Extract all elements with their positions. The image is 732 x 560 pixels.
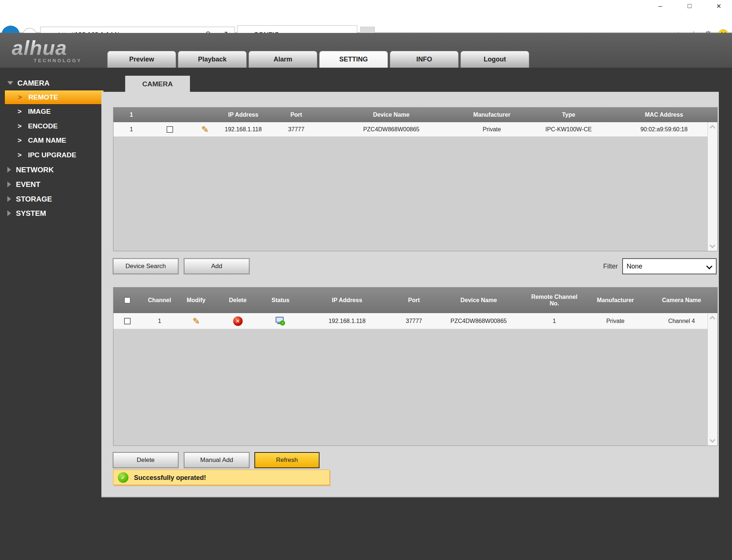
header-ip-address: IP Address bbox=[220, 108, 267, 122]
header-channel: Channel bbox=[141, 287, 178, 313]
header-port: Port bbox=[267, 108, 325, 122]
sidebar-item-encode[interactable]: > ENCODE bbox=[18, 120, 58, 132]
maximize-button[interactable]: □ bbox=[680, 0, 699, 12]
browser-toolbar: ← → e http://192.168.1.144/ ▾ ↻ e CONFIG… bbox=[0, 12, 732, 33]
sidebar-section-event[interactable]: EVENT bbox=[7, 178, 40, 190]
refresh-button[interactable]: Refresh bbox=[254, 452, 320, 468]
cell-manufacturer: Private bbox=[585, 313, 646, 329]
sidebar-item-label: IPC UPGRADE bbox=[28, 151, 76, 159]
header-remote-channel-no: Remote Channel No. bbox=[524, 287, 585, 313]
header-modify bbox=[190, 108, 220, 122]
cell-device-name: PZC4DW868W00865 bbox=[434, 313, 524, 329]
sidebar-section-label: EVENT bbox=[16, 180, 41, 188]
sidebar-section-label: NETWORK bbox=[16, 166, 54, 174]
header-status: Status bbox=[261, 287, 300, 313]
header-camera-name: Camera Name bbox=[646, 287, 717, 313]
dahua-tagline: TECHNOLOGY bbox=[34, 58, 82, 63]
row-checkbox[interactable] bbox=[167, 126, 173, 133]
sidebar-item-label: CAM NAME bbox=[28, 136, 66, 144]
minimize-button[interactable]: – bbox=[651, 0, 670, 12]
dahua-logo: alhua bbox=[12, 36, 67, 60]
scrollbar[interactable] bbox=[707, 122, 717, 251]
device-table-header: 1 IP Address Port Device Name Manufactur… bbox=[113, 108, 717, 122]
success-message: Successfully operated! bbox=[134, 470, 206, 485]
header-device-name: Device Name bbox=[325, 108, 457, 122]
delete-button[interactable]: Delete bbox=[113, 452, 178, 468]
sidebar-section-network[interactable]: NETWORK bbox=[7, 164, 54, 176]
filter-value: None bbox=[627, 263, 642, 270]
sidebar-item-remote[interactable]: > REMOTE bbox=[4, 90, 104, 105]
filter-select[interactable]: None bbox=[622, 258, 717, 274]
scroll-down-icon[interactable] bbox=[710, 437, 716, 443]
sidebar-section-storage[interactable]: STORAGE bbox=[7, 193, 52, 205]
nav-tab-preview[interactable]: Preview bbox=[107, 51, 176, 68]
content-tab-camera[interactable]: CAMERA bbox=[125, 76, 190, 92]
channel-table-header: Channel Modify Delete Status IP Address … bbox=[113, 287, 717, 313]
scroll-up-icon[interactable] bbox=[710, 316, 716, 322]
triangle-right-icon bbox=[7, 196, 11, 202]
sidebar-section-label: CAMERA bbox=[18, 79, 50, 87]
chevron-down-icon bbox=[706, 263, 713, 270]
sidebar-item-label: IMAGE bbox=[28, 108, 51, 115]
header-port: Port bbox=[394, 287, 434, 313]
scroll-down-icon[interactable] bbox=[710, 243, 716, 248]
sidebar-item-ipc-upgrade[interactable]: > IPC UPGRADE bbox=[18, 149, 76, 161]
triangle-right-icon bbox=[7, 181, 11, 187]
header-mac-address: MAC Address bbox=[610, 108, 717, 122]
device-search-button[interactable]: Device Search bbox=[113, 259, 178, 274]
header-delete: Delete bbox=[214, 287, 261, 313]
cell-port: 37777 bbox=[394, 313, 434, 329]
chevron-right-icon: > bbox=[18, 122, 22, 130]
cell-manufacturer: Private bbox=[457, 122, 527, 136]
modify-pencil-icon[interactable]: ✎ bbox=[193, 317, 200, 326]
close-button[interactable]: × bbox=[709, 0, 728, 12]
nav-tab-setting[interactable]: SETTING bbox=[319, 51, 388, 68]
nav-tab-logout[interactable]: Logout bbox=[460, 51, 529, 68]
nav-tab-playback[interactable]: Playback bbox=[178, 51, 247, 68]
sidebar-section-system[interactable]: SYSTEM bbox=[7, 207, 46, 219]
filter-label: Filter bbox=[584, 258, 618, 274]
triangle-right-icon bbox=[7, 167, 11, 173]
channel-table: Channel Modify Delete Status IP Address … bbox=[113, 287, 718, 446]
cell-remote-channel-no: 1 bbox=[524, 313, 585, 329]
triangle-down-icon bbox=[7, 81, 13, 85]
row-index: 1 bbox=[113, 122, 149, 136]
cell-channel: 1 bbox=[141, 313, 178, 329]
cell-ip: 192.168.1.118 bbox=[300, 313, 394, 329]
add-button[interactable]: Add bbox=[184, 259, 249, 274]
sidebar-item-label: ENCODE bbox=[28, 122, 57, 130]
header-modify: Modify bbox=[178, 287, 214, 313]
sidebar-section-label: SYSTEM bbox=[16, 209, 46, 217]
select-all-checkbox[interactable] bbox=[124, 297, 131, 304]
sidebar-item-image[interactable]: > IMAGE bbox=[18, 105, 51, 118]
device-search-table: 1 IP Address Port Device Name Manufactur… bbox=[113, 107, 718, 251]
modify-pencil-icon[interactable]: ✎ bbox=[201, 125, 209, 134]
chevron-right-icon: > bbox=[18, 108, 22, 115]
manual-add-button[interactable]: Manual Add bbox=[184, 452, 249, 468]
table-row[interactable]: 1 ✎ ✕ ✓ 192.168.1.118 37777 PZC4DW868W00… bbox=[113, 313, 717, 329]
sidebar-item-cam-name[interactable]: > CAM NAME bbox=[18, 134, 66, 147]
scroll-up-icon[interactable] bbox=[710, 125, 716, 131]
success-notification: ✓ Successfully operated! bbox=[113, 470, 330, 485]
sidebar-item-label: REMOTE bbox=[28, 93, 58, 101]
chevron-right-icon: > bbox=[18, 136, 22, 144]
delete-icon[interactable]: ✕ bbox=[233, 316, 243, 326]
header-manufacturer: Manufacturer bbox=[457, 108, 527, 122]
chevron-right-icon: > bbox=[18, 93, 22, 101]
cell-port: 37777 bbox=[267, 122, 325, 136]
scrollbar[interactable] bbox=[707, 313, 717, 446]
header-type: Type bbox=[527, 108, 611, 122]
nav-tab-alarm[interactable]: Alarm bbox=[249, 51, 317, 68]
table-row[interactable]: 1 ✎ 192.168.1.118 37777 PZC4DW868W00865 … bbox=[113, 122, 717, 137]
cell-camera-name: Channel 4 bbox=[646, 313, 717, 329]
cell-type: IPC-KW100W-CE bbox=[527, 122, 611, 136]
sidebar-section-camera[interactable]: CAMERA bbox=[7, 77, 49, 89]
status-connected-icon: ✓ bbox=[276, 317, 285, 326]
header-manufacturer: Manufacturer bbox=[585, 287, 646, 313]
header-select bbox=[149, 108, 190, 122]
sidebar-section-label: STORAGE bbox=[16, 195, 52, 203]
row-checkbox[interactable] bbox=[124, 318, 131, 324]
chevron-right-icon: > bbox=[18, 151, 22, 159]
nav-tab-info[interactable]: INFO bbox=[390, 51, 459, 68]
cell-ip: 192.168.1.118 bbox=[220, 122, 267, 136]
